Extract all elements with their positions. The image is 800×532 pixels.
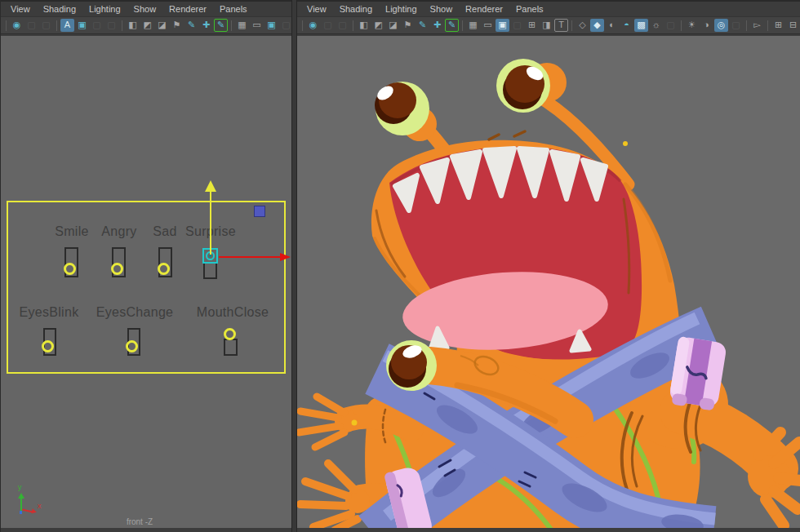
axis-z-dot	[20, 511, 22, 514]
menu-show[interactable]: Show	[127, 4, 163, 14]
move-manipulator-y-axis[interactable]	[210, 191, 211, 255]
bookmark-icon[interactable]: ⚑	[170, 19, 184, 32]
eyeschange-handle[interactable]	[126, 340, 138, 352]
front-camera-viewport[interactable]: Smile Angry Sad Surprise EyesBlink EyesC…	[1, 36, 291, 528]
smooth-shade-icon[interactable]: ◆	[590, 19, 604, 32]
textured-icon[interactable]: ◓	[620, 19, 633, 32]
inactive-icon-4[interactable]: ▢	[104, 19, 118, 32]
surprise-handle-pivot	[209, 255, 211, 257]
safe-title-icon[interactable]: T	[554, 19, 568, 32]
axis-y-label: y	[18, 483, 22, 491]
lock-camera-icon[interactable]: ◩	[371, 19, 385, 32]
menu-shading[interactable]: Shading	[37, 4, 82, 14]
panel-divider[interactable]	[291, 0, 297, 532]
select-camera-icon[interactable]: ◧	[126, 19, 140, 32]
motion-blur-icon[interactable]: ▢	[729, 19, 743, 32]
camera-attributes-icon[interactable]: ◪	[155, 19, 169, 32]
resolution-gate-icon[interactable]: ▣	[496, 19, 509, 32]
use-all-lights-icon[interactable]: ▩	[634, 19, 648, 32]
menu-show[interactable]: Show	[424, 4, 460, 14]
inactive-icon-5[interactable]: ▢	[664, 19, 678, 32]
left-panel-toolbar: ◉▢▢A▣▢▢◧◩◪⚑✎✚✎▦▭▣▢	[1, 16, 291, 34]
lighting-mode-icon[interactable]: ◉	[306, 19, 320, 32]
eyesblink-handle[interactable]	[42, 340, 54, 352]
select-tool-icon[interactable]: ▻	[750, 19, 764, 32]
camera-view-label: front -Z	[91, 517, 189, 526]
ssao-icon[interactable]: ◑	[700, 19, 713, 32]
toolbar-separator	[6, 20, 7, 31]
camera-attributes-icon[interactable]: ◪	[386, 19, 400, 32]
label-sad: Sad	[146, 224, 184, 239]
menu-panels[interactable]: Panels	[509, 4, 550, 14]
angry-handle[interactable]	[111, 263, 123, 275]
menu-renderer[interactable]: Renderer	[162, 4, 213, 14]
menu-lighting[interactable]: Lighting	[82, 4, 127, 14]
right-panel-toolbar: ◉▢▢◧◩◪⚑✎✚✎▦▭▣▢⊞◨T◇◆◐◓▩☼▢☀◑◎▢▻⊞⊟⊠⚙	[297, 16, 800, 34]
mouthclose-handle[interactable]	[224, 328, 236, 340]
inactive-icon-2[interactable]: ▢	[39, 19, 53, 32]
left-viewport-panel: ViewShadingLightingShowRendererPanels ◉▢…	[1, 0, 291, 532]
label-eyeschange: EyesChange	[91, 305, 179, 320]
isolate-select-icon[interactable]: A	[60, 19, 74, 32]
menu-view[interactable]: View	[4, 4, 37, 14]
lighting-mode-icon[interactable]: ◉	[10, 19, 24, 32]
smile-handle[interactable]	[64, 263, 76, 275]
toolbar-separator	[681, 20, 682, 31]
gate-mask-icon[interactable]: ▢	[279, 19, 291, 32]
select-camera-icon[interactable]: ◧	[357, 19, 371, 32]
menu-panels[interactable]: Panels	[213, 4, 254, 14]
inactive-icon-1[interactable]: ▢	[321, 19, 335, 32]
mouthclose-slider-track[interactable]	[224, 339, 238, 356]
image-plane-icon[interactable]: ✎	[416, 19, 429, 32]
menu-lighting[interactable]: Lighting	[379, 4, 424, 14]
toolbar-separator	[302, 20, 303, 31]
sad-handle[interactable]	[158, 263, 170, 275]
move-manipulator-x-arrowhead[interactable]	[280, 253, 291, 261]
monster-model[interactable]	[299, 59, 800, 528]
menu-view[interactable]: View	[300, 4, 333, 14]
label-angry: Angry	[97, 224, 141, 239]
two-sided-lighting-icon[interactable]: ☀	[685, 19, 699, 32]
frame-selected-icon[interactable]: ▣	[75, 19, 89, 32]
left-eye	[375, 82, 437, 141]
grease-pencil-icon[interactable]: ✎	[214, 19, 228, 32]
grease-pencil-icon[interactable]: ✎	[445, 19, 459, 32]
film-gate-icon[interactable]: ▭	[250, 19, 264, 32]
shadows-icon[interactable]: ☼	[649, 19, 663, 32]
toolbar-separator	[231, 20, 232, 31]
wireframe-icon[interactable]: ◇	[576, 19, 589, 32]
persp-camera-viewport[interactable]	[297, 36, 800, 528]
maya-window: ViewShadingLightingShowRendererPanels ◉▢…	[0, 0, 800, 532]
menu-renderer[interactable]: Renderer	[459, 4, 509, 14]
toolbar-separator	[122, 20, 122, 31]
resolution-gate-icon[interactable]: ▣	[264, 19, 278, 32]
image-plane-icon[interactable]: ✎	[184, 19, 198, 32]
inactive-icon-3[interactable]: ▢	[90, 19, 104, 32]
bookmark-icon[interactable]: ⚑	[401, 19, 415, 32]
bounding-box-icon[interactable]: ◐	[605, 19, 619, 32]
inactive-icon-2[interactable]: ▢	[336, 19, 349, 32]
menu-shading[interactable]: Shading	[333, 4, 379, 14]
ambient-occlusion-icon[interactable]: ◎	[714, 19, 728, 32]
pan-zoom-icon[interactable]: ✚	[199, 19, 213, 32]
pan-zoom-icon[interactable]: ✚	[430, 19, 444, 32]
rig-blue-square[interactable]	[254, 206, 265, 217]
isolate-add-icon[interactable]: ⊟	[786, 19, 800, 32]
toolbar-separator	[571, 20, 572, 31]
gate-mask-icon[interactable]: ▢	[510, 19, 524, 32]
grid-icon[interactable]: ▦	[466, 19, 480, 32]
lock-camera-icon[interactable]: ◩	[140, 19, 154, 32]
field-chart-icon[interactable]: ⊞	[525, 19, 539, 32]
isolate-view-icon[interactable]: ⊞	[771, 19, 785, 32]
move-manipulator-x-axis[interactable]	[219, 256, 281, 258]
film-gate-icon[interactable]: ▭	[481, 19, 495, 32]
third-eye	[386, 340, 437, 391]
surprise-slider-track[interactable]	[203, 262, 217, 279]
toolbar-separator	[462, 20, 463, 31]
safe-action-icon[interactable]: ◨	[540, 19, 553, 32]
view-axis-indicator: y x	[14, 490, 47, 520]
move-manipulator-y-arrowhead[interactable]	[205, 180, 216, 192]
inactive-icon-1[interactable]: ▢	[24, 19, 38, 32]
toolbar-separator	[746, 20, 747, 31]
grid-icon[interactable]: ▦	[235, 19, 249, 32]
